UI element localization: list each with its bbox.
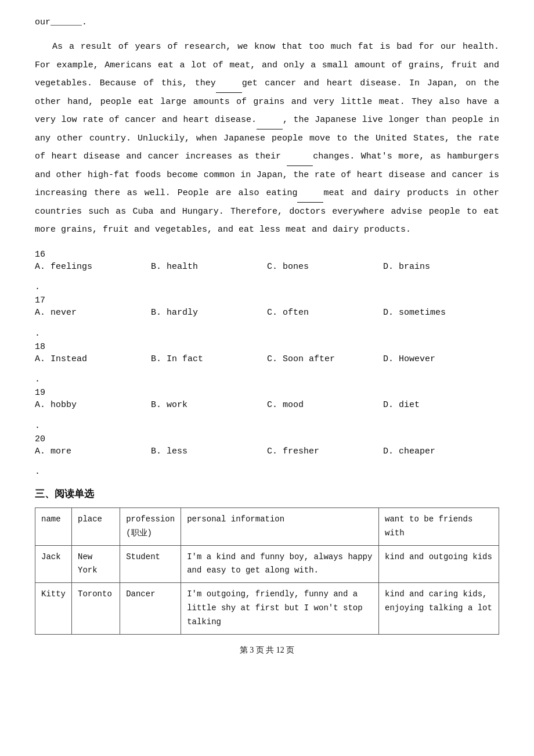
q18-dot: .	[35, 375, 499, 384]
q17-optA: A. never	[35, 305, 151, 321]
blank-17	[216, 84, 242, 93]
q19-optC: C. mood	[267, 398, 383, 413]
q20-optB: B. less	[151, 444, 267, 459]
q18-optA: A. Instead	[35, 352, 151, 367]
kitty-profession: Dancer	[120, 583, 181, 634]
header-profession: profession(职业)	[120, 508, 181, 546]
reading-table: name place profession(职业) personal infor…	[35, 507, 499, 635]
kitty-place: Toronto	[72, 583, 120, 634]
page-footer: 第 3 页 共 12 页	[35, 645, 499, 656]
q16-optD: D. brains	[383, 260, 499, 275]
q19-optB: B. work	[151, 398, 267, 413]
q17-dot: .	[35, 329, 499, 339]
q20-optC: C. fresher	[267, 444, 383, 459]
options-section: 16 A. feelings B. health C. bones D. bra…	[35, 250, 499, 477]
table-header-row: name place profession(职业) personal infor…	[35, 508, 499, 546]
q16-dot: .	[35, 282, 499, 292]
section3-title: 三、阅读单选	[35, 487, 499, 501]
table-row-kitty: Kitty Toronto Dancer I'm outgoing, frien…	[35, 583, 499, 634]
blank-18	[257, 121, 283, 129]
question-20: 20 A. more B. less C. fresher D. cheaper…	[35, 434, 499, 477]
q20-num: 20	[35, 434, 499, 444]
q18-optC: C. Soon after	[267, 352, 383, 367]
q16-optA: A. feelings	[35, 260, 151, 275]
header-personal-info: personal information	[181, 508, 379, 546]
q18-options: A. Instead B. In fact C. Soon after D. H…	[35, 352, 499, 367]
kitty-name: Kitty	[35, 583, 72, 634]
question-17: 17 A. never B. hardly C. often D. someti…	[35, 296, 499, 339]
top-line: our______.	[35, 17, 499, 27]
kitty-personal-info: I'm outgoing, friendly, funny and a litt…	[181, 583, 379, 634]
jack-profession: Student	[120, 545, 181, 583]
q16-optC: C. bones	[267, 260, 383, 275]
passage-text: As a result of years of research, we kno…	[35, 38, 499, 239]
q19-optA: A. hobby	[35, 398, 151, 413]
q19-dot: .	[35, 421, 499, 431]
q20-optD: D. cheaper	[383, 444, 499, 459]
kitty-want-friends: kind and caring kids, enjoying talking a…	[379, 583, 499, 634]
question-16: 16 A. feelings B. health C. bones D. bra…	[35, 250, 499, 293]
question-19: 19 A. hobby B. work C. mood D. diet .	[35, 388, 499, 431]
jack-place: New York	[72, 545, 120, 583]
q17-num: 17	[35, 296, 499, 305]
q19-optD: D. diet	[383, 398, 499, 413]
q16-num: 16	[35, 250, 499, 260]
q17-optB: B. hardly	[151, 305, 267, 321]
jack-name: Jack	[35, 545, 72, 583]
header-place: place	[72, 508, 120, 546]
q18-optD: D. However	[383, 352, 499, 367]
q17-optD: D. sometimes	[383, 305, 499, 321]
q18-optB: B. In fact	[151, 352, 267, 367]
q19-options: A. hobby B. work C. mood D. diet	[35, 398, 499, 413]
header-name: name	[35, 508, 72, 546]
q16-optB: B. health	[151, 260, 267, 275]
header-want-friends: want to be friends with	[379, 508, 499, 546]
blank-20	[297, 194, 323, 203]
q17-options: A. never B. hardly C. often D. sometimes	[35, 305, 499, 321]
table-row-jack: Jack New York Student I'm a kind and fun…	[35, 545, 499, 583]
q20-optA: A. more	[35, 444, 151, 459]
q19-num: 19	[35, 388, 499, 398]
q17-optC: C. often	[267, 305, 383, 321]
jack-want-friends: kind and outgoing kids	[379, 545, 499, 583]
blank-19	[287, 157, 313, 166]
jack-personal-info: I'm a kind and funny boy, always happy a…	[181, 545, 379, 583]
q16-options: A. feelings B. health C. bones D. brains	[35, 260, 499, 275]
q20-dot: .	[35, 467, 499, 477]
q20-options: A. more B. less C. fresher D. cheaper	[35, 444, 499, 459]
question-18: 18 A. Instead B. In fact C. Soon after D…	[35, 342, 499, 385]
q18-num: 18	[35, 342, 499, 352]
